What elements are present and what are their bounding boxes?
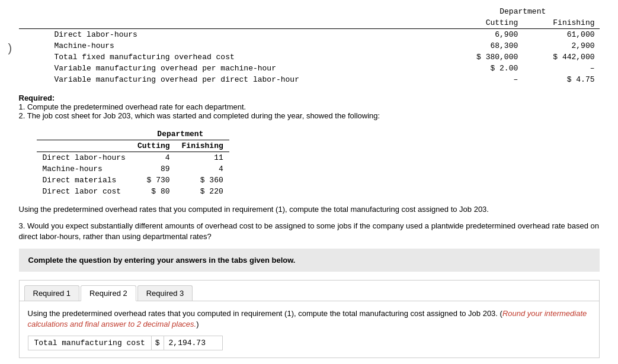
row-finishing: 2,900 — [523, 40, 599, 51]
table-row: Total fixed manufacturing overhead cost … — [19, 51, 600, 63]
tab-required-2[interactable]: Required 2 — [81, 285, 136, 301]
table-row: Machine-hours 89 4 — [37, 163, 229, 175]
row-finishing: 4 — [176, 163, 229, 175]
row-label: Variable manufacturing overhead per mach… — [19, 63, 447, 74]
department-header: Department — [446, 6, 599, 17]
table-row: Variable manufacturing overhead per mach… — [19, 63, 600, 74]
para2: 3. Would you expect substantially differ… — [19, 221, 600, 242]
required-line-2: 2. The job cost sheet for Job 203, which… — [19, 111, 600, 120]
row-finishing: – — [523, 63, 599, 74]
row-cutting: – — [446, 74, 523, 85]
answer-row: Total manufacturing cost $ — [28, 336, 591, 350]
row-finishing: $ 4.75 — [523, 74, 599, 85]
table-row: Direct materials $ 730 $ 360 — [37, 175, 229, 186]
row-finishing: $ 360 — [176, 175, 229, 186]
answer-dollar-sign: $ — [151, 336, 164, 350]
row-finishing: $ 442,000 — [523, 51, 599, 63]
left-bracket-decoration: ) — [8, 41, 12, 55]
row-cutting: 6,900 — [446, 29, 523, 41]
tab-required-3[interactable]: Required 3 — [137, 285, 193, 301]
required-header: Required: — [19, 94, 600, 102]
tab-desc-part1: Using the predetermined overhead rates t… — [28, 309, 502, 318]
row-cutting: $ 80 — [132, 186, 176, 197]
row-cutting: $ 380,000 — [446, 51, 523, 63]
row-label: Direct labor-hours — [37, 152, 132, 164]
row-label: Machine-hours — [37, 163, 132, 175]
row-cutting: 68,300 — [446, 40, 523, 51]
tab-desc-part2: ) — [196, 320, 198, 328]
row-label: Machine-hours — [19, 40, 447, 51]
tab-content-area: Using the predetermined overhead rates t… — [20, 301, 599, 357]
complete-box-text: Complete the question by entering your a… — [28, 256, 296, 265]
row-finishing: 61,000 — [523, 29, 599, 41]
job-cutting-header: Cutting — [132, 140, 176, 152]
row-cutting: $ 2.00 — [446, 63, 523, 74]
answer-label: Total manufacturing cost — [28, 336, 151, 350]
tabs-row: Required 1Required 2Required 3 — [20, 281, 599, 301]
required-line-1: 1. Compute the predetermined overhead ra… — [19, 102, 600, 111]
job-finishing-header: Finishing — [176, 140, 229, 152]
table-row: Direct labor cost $ 80 $ 220 — [37, 186, 229, 197]
table-row: Variable manufacturing overhead per dire… — [19, 74, 600, 85]
row-finishing: $ 220 — [176, 186, 229, 197]
tabs-container: Required 1Required 2Required 3 Using the… — [19, 280, 600, 358]
finishing-col-header: Finishing — [523, 17, 599, 29]
tab-required-1[interactable]: Required 1 — [24, 285, 80, 301]
required-section: Required: 1. Compute the predetermined o… — [19, 94, 600, 120]
table-row: Direct labor-hours 6,900 61,000 — [19, 29, 600, 41]
top-data-table: Department Cutting Finishing Direct labo… — [19, 6, 600, 85]
row-finishing: 11 — [176, 152, 229, 164]
complete-question-box: Complete the question by entering your a… — [19, 249, 600, 272]
cutting-col-header: Cutting — [446, 17, 523, 29]
table-row: Machine-hours 68,300 2,900 — [19, 40, 600, 51]
row-label: Direct labor-hours — [19, 29, 447, 41]
tab-description: Using the predetermined overhead rates t… — [28, 308, 591, 330]
para1: Using the predetermined overhead rates t… — [19, 204, 600, 215]
answer-input[interactable] — [164, 336, 223, 350]
row-cutting: 89 — [132, 163, 176, 175]
row-label: Direct labor cost — [37, 186, 132, 197]
row-cutting: 4 — [132, 152, 176, 164]
row-label: Total fixed manufacturing overhead cost — [19, 51, 447, 63]
row-label: Variable manufacturing overhead per dire… — [19, 74, 447, 85]
job-dept-header: Department — [132, 128, 229, 140]
row-label: Direct materials — [37, 175, 132, 186]
row-cutting: $ 730 — [132, 175, 176, 186]
job-data-table: Department Cutting Finishing Direct labo… — [37, 128, 229, 197]
table-row: Direct labor-hours 4 11 — [37, 152, 229, 164]
